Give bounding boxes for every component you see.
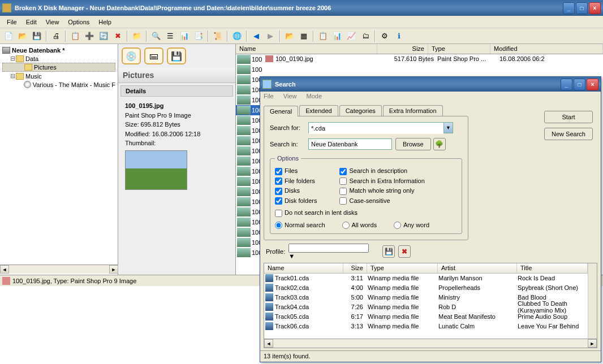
opt-extra[interactable]: Search in Extra Information bbox=[339, 176, 424, 187]
close-button[interactable]: × bbox=[589, 2, 601, 14]
tree-item-data[interactable]: ⊟Data bbox=[2, 54, 115, 63]
opt-files[interactable]: Files bbox=[275, 166, 317, 176]
detail-filetype: Paint Shop Pro 9 Image bbox=[125, 112, 191, 119]
search-results[interactable]: Name Size Type Artist Title Track01.cda3… bbox=[264, 263, 597, 348]
col-size[interactable]: Size bbox=[377, 44, 428, 54]
list-header[interactable]: Name Size Type Modified bbox=[236, 44, 603, 54]
opt-whole[interactable]: Match whole string only bbox=[339, 186, 424, 196]
search-titlebar[interactable]: Search _ □ × bbox=[260, 77, 601, 92]
tool-up-icon[interactable]: 📂 bbox=[283, 30, 296, 42]
tool-add-icon[interactable]: ➕ bbox=[83, 30, 96, 42]
main-titlebar[interactable]: Broken X Disk Manager - Neue Datenbank\D… bbox=[0, 0, 603, 16]
tool-details-icon[interactable]: 📋 bbox=[317, 30, 329, 42]
result-row[interactable]: Track05.cda6:17Winamp media fileMeat Bea… bbox=[264, 312, 588, 322]
opt-desc[interactable]: Search in description bbox=[339, 166, 424, 176]
tool-save-icon[interactable]: 💾 bbox=[31, 30, 43, 42]
maximize-button[interactable]: □ bbox=[576, 2, 588, 14]
profile-delete-button[interactable]: ✖ bbox=[398, 245, 411, 258]
profile-save-button[interactable]: 💾 bbox=[382, 245, 395, 258]
tool-info-icon[interactable]: ℹ bbox=[393, 30, 405, 42]
tool-script-icon[interactable]: 📜 bbox=[212, 30, 224, 42]
tab-categories[interactable]: Categories bbox=[339, 105, 382, 116]
tool-search-icon[interactable]: 🔍 bbox=[150, 30, 162, 42]
menu-options[interactable]: Options bbox=[63, 17, 94, 27]
search-menu-file[interactable]: File bbox=[264, 93, 274, 99]
radio-normal[interactable]: Normal search bbox=[275, 222, 325, 229]
menu-help[interactable]: Help bbox=[94, 17, 116, 27]
tool-fwd-icon[interactable]: ▶ bbox=[264, 30, 277, 42]
opt-disks[interactable]: Disks bbox=[275, 186, 317, 196]
thumb-row[interactable]: 100 bbox=[236, 64, 264, 75]
tool-back-icon[interactable]: ◀ bbox=[250, 30, 262, 42]
tool-web-icon[interactable]: 🌐 bbox=[231, 30, 243, 42]
results-header[interactable]: Name Size Type Artist Title bbox=[264, 263, 588, 274]
result-row[interactable]: Track01.cda3:11Winamp media fileMarilyn … bbox=[264, 274, 588, 283]
tool-refresh-icon[interactable]: 🔄 bbox=[97, 30, 110, 42]
tree-item-pictures[interactable]: Pictures bbox=[2, 63, 115, 72]
results-hscroll[interactable]: ◄► bbox=[264, 339, 597, 348]
tool-list-icon[interactable]: ☰ bbox=[164, 30, 176, 42]
tool-open-icon[interactable]: 📂 bbox=[16, 30, 29, 42]
profile-combo[interactable]: ▼ bbox=[288, 244, 379, 259]
tool-filter-icon[interactable]: 📊 bbox=[178, 30, 191, 42]
tree-root[interactable]: Neue Datenbank * bbox=[2, 46, 115, 54]
opt-disk-folders[interactable]: Disk folders bbox=[275, 196, 317, 206]
opt-no-lent[interactable]: Do not search in lent disks bbox=[275, 209, 358, 216]
track-icon bbox=[265, 322, 273, 330]
tool-btn3-icon[interactable]: 🗂 bbox=[359, 30, 372, 42]
list-row[interactable]: 100_0190.jpg 517.610 Bytes Paint Shop Pr… bbox=[264, 54, 603, 63]
tab-extended[interactable]: Extended bbox=[299, 105, 338, 116]
tree-scrollbar[interactable]: ◄► bbox=[0, 265, 118, 274]
opt-case[interactable]: Case-sensitive bbox=[339, 196, 424, 206]
folder-tree[interactable]: Neue Datenbank * ⊟Data Pictures ⊟Music V… bbox=[0, 44, 118, 281]
tree-item-music[interactable]: ⊟Music bbox=[2, 72, 115, 80]
tree-item-matrix[interactable]: Various - The Matrix - Music F bbox=[2, 80, 115, 89]
browse-button[interactable]: Browse bbox=[395, 138, 431, 150]
search-menu-view[interactable]: View bbox=[283, 93, 297, 99]
search-menu-mode[interactable]: Mode bbox=[307, 93, 322, 99]
radio-all[interactable]: All words bbox=[342, 222, 377, 229]
track-icon bbox=[265, 293, 273, 301]
tool-copy-icon[interactable]: 📋 bbox=[69, 30, 81, 42]
tool-folder-icon[interactable]: 📁 bbox=[131, 30, 143, 42]
tool-settings-icon[interactable]: ⚙ bbox=[378, 30, 391, 42]
search-in-input[interactable] bbox=[308, 138, 392, 150]
col-type[interactable]: Type bbox=[428, 44, 490, 54]
tool-delete-icon[interactable]: ✖ bbox=[111, 30, 124, 42]
col-name[interactable]: Name bbox=[236, 44, 377, 54]
chevron-down-icon[interactable]: ▼ bbox=[443, 123, 453, 133]
menu-view[interactable]: View bbox=[41, 17, 64, 27]
search-maximize-button[interactable]: □ bbox=[574, 79, 585, 90]
tool-btn2-icon[interactable]: 📈 bbox=[345, 30, 358, 42]
search-minimize-button[interactable]: _ bbox=[561, 79, 572, 90]
detail-tab-disc-icon[interactable]: 💿 bbox=[122, 47, 141, 64]
search-for-combo[interactable]: ▼ bbox=[308, 122, 453, 133]
tool-print-icon[interactable]: 🖨 bbox=[50, 30, 62, 42]
detail-tab-save-icon[interactable]: 💾 bbox=[167, 47, 186, 64]
tool-props-icon[interactable]: 📑 bbox=[192, 30, 205, 42]
tool-btn1-icon[interactable]: 📊 bbox=[331, 30, 343, 42]
tab-extra[interactable]: Extra Information bbox=[383, 105, 443, 116]
col-modified[interactable]: Modified bbox=[490, 44, 603, 54]
search-for-input[interactable] bbox=[309, 123, 443, 134]
start-button[interactable]: Start bbox=[544, 111, 593, 123]
search-close-button[interactable]: × bbox=[587, 79, 598, 90]
menu-edit[interactable]: Edit bbox=[21, 17, 41, 27]
profile-input[interactable] bbox=[288, 244, 369, 253]
minimize-button[interactable]: _ bbox=[563, 2, 575, 14]
menu-file[interactable]: File bbox=[2, 17, 21, 27]
new-search-button[interactable]: New Search bbox=[544, 128, 593, 140]
results-vscroll[interactable] bbox=[588, 263, 597, 339]
result-row[interactable]: Track04.cda7:26Winamp media fileRob DClu… bbox=[264, 302, 588, 312]
browse-tree-button[interactable]: 🌳 bbox=[433, 138, 446, 150]
radio-any[interactable]: Any word bbox=[394, 222, 429, 229]
thumb-row[interactable]: 100 bbox=[236, 54, 264, 64]
chevron-down-icon[interactable]: ▼ bbox=[288, 253, 379, 259]
result-row[interactable]: Track02.cda4:00Winamp media filePropelle… bbox=[264, 283, 588, 293]
tool-new-icon[interactable]: 📄 bbox=[2, 30, 15, 42]
tool-view1-icon[interactable]: ▦ bbox=[298, 30, 310, 42]
detail-tab-drive-icon[interactable]: 🖴 bbox=[144, 47, 163, 64]
opt-file-folders[interactable]: File folders bbox=[275, 176, 317, 187]
tab-general[interactable]: General bbox=[264, 106, 298, 116]
result-row[interactable]: Track06.cda3:13Winamp media fileLunatic … bbox=[264, 322, 588, 331]
